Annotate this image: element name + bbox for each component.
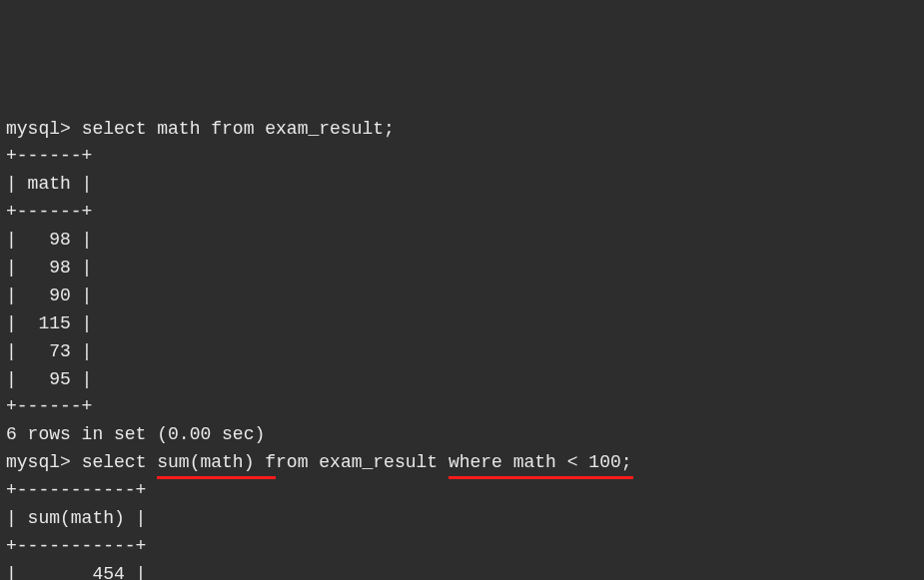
table2-header: | sum(math) | <box>6 505 918 533</box>
terminal-output: mysql> select math from exam_result;+---… <box>6 116 918 580</box>
prompt: mysql> <box>6 119 71 139</box>
table1-bottom-border: +------+ <box>6 393 918 421</box>
q2-sum-text: sum(math) <box>157 452 254 472</box>
underline-icon <box>157 476 276 479</box>
q2-suffix: ; <box>621 452 632 472</box>
table1-row: | 95 | <box>6 366 918 394</box>
table1-header: | math | <box>6 171 918 199</box>
table1-row: | 98 | <box>6 227 918 255</box>
table2-top-border: +-----------+ <box>6 477 918 505</box>
sql-query-1: select math from exam_result; <box>82 119 395 139</box>
q2-mid: from exam_result <box>254 452 448 472</box>
query1-line: mysql> select math from exam_result; <box>6 116 918 144</box>
q2-where-underlined: where math < 100 <box>449 449 621 477</box>
table1-top-border: +------+ <box>6 143 918 171</box>
underline-icon <box>449 476 633 479</box>
table1-mid-border: +------+ <box>6 199 918 227</box>
result1-message: 6 rows in set (0.00 sec) <box>6 421 918 449</box>
q2-sum-underlined: sum(math) <box>157 449 254 477</box>
table1-row: | 73 | <box>6 338 918 366</box>
q2-where-text: where math < 100 <box>449 452 621 472</box>
query2-line: mysql> select sum(math) from exam_result… <box>6 449 918 477</box>
table2-row: | 454 | <box>6 561 918 580</box>
prompt: mysql> <box>6 452 71 472</box>
table2-mid-border: +-----------+ <box>6 533 918 561</box>
table1-row: | 115 | <box>6 310 918 338</box>
table1-row: | 90 | <box>6 283 918 310</box>
q2-prefix: select <box>82 452 158 472</box>
table1-row: | 98 | <box>6 255 918 283</box>
